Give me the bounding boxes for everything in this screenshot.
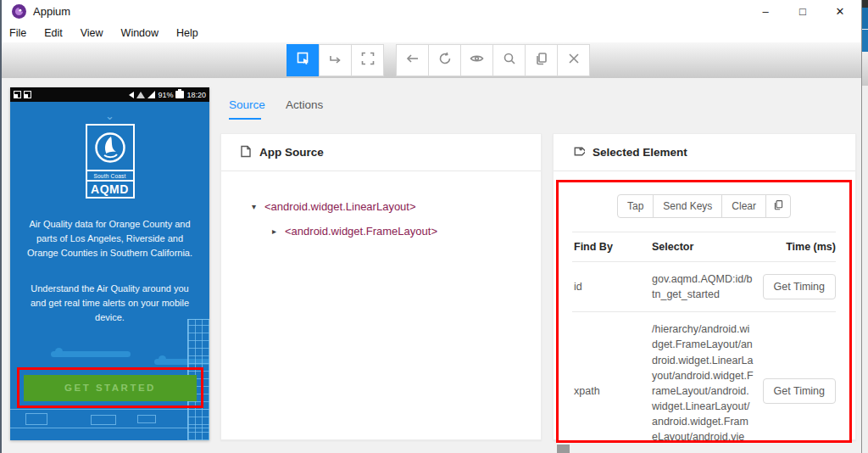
select-elements-button[interactable]	[287, 44, 320, 76]
device-screenshot[interactable]: 91% 18:20 ⌄ South Coast AQMD Air Quality…	[10, 87, 209, 440]
menu-bar: File Edit View Window Help	[2, 23, 861, 42]
source-tree-node[interactable]: ▸ <android.widget.FrameLayout>	[272, 225, 541, 238]
source-tag[interactable]: <android.widget.FrameLayout>	[285, 225, 437, 238]
swipe-arrow-icon	[329, 52, 342, 69]
menu-window[interactable]: Window	[121, 27, 159, 39]
get-started-button[interactable]: GET STARTED	[24, 375, 197, 401]
session-actions-group	[396, 44, 590, 76]
find-by-value: xpath	[572, 385, 652, 397]
copy-attributes-button[interactable]	[765, 194, 791, 218]
app-source-title: App Source	[259, 146, 324, 159]
app-description-1: Air Quality data for Orange County and p…	[10, 217, 209, 260]
locator-row-xpath: xpath /hierarchy/android.widget.FrameLay…	[572, 312, 836, 443]
locator-row-id: id gov.aqmd.AQMD:id/btn_get_started Get …	[572, 262, 836, 312]
tap-button[interactable]: Tap	[617, 194, 654, 218]
selected-element-highlight-box: Tap Send Keys Clear Find By Selector Tim…	[556, 180, 852, 443]
header-find-by: Find By	[572, 241, 652, 253]
refresh-button[interactable]	[428, 44, 461, 76]
status-icons: 91% 18:20	[129, 91, 206, 99]
battery-icon	[175, 91, 184, 98]
quit-session-button[interactable]	[557, 44, 590, 76]
cityscape-line	[10, 428, 209, 428]
swipe-by-coordinates-button[interactable]	[319, 44, 352, 76]
minimize-button[interactable]: –	[760, 5, 771, 18]
tap-by-coordinates-button[interactable]	[351, 44, 384, 76]
tag-icon	[572, 145, 585, 160]
mute-icon	[129, 92, 134, 98]
window-controls: – □ ✕	[760, 5, 861, 18]
logo-line2: AQMD	[86, 180, 135, 199]
screenshot-button[interactable]	[460, 44, 493, 76]
eye-icon	[470, 52, 484, 69]
title-bar: Appium – □ ✕	[2, 0, 861, 23]
cityscape-shape	[137, 415, 156, 423]
header-time: Time (ms)	[754, 241, 836, 253]
search-icon	[503, 52, 516, 69]
signal-icon	[147, 91, 155, 98]
close-button[interactable]: ✕	[834, 5, 846, 18]
menu-help[interactable]: Help	[176, 27, 198, 39]
scrollbar-thumb[interactable]	[557, 445, 570, 453]
caret-right-icon[interactable]: ▸	[272, 226, 276, 236]
wifi-icon	[136, 92, 145, 98]
selected-element-header: Selected Element	[554, 134, 855, 171]
back-arrow-icon	[406, 52, 420, 69]
copy-icon	[535, 52, 548, 69]
screenshot-notification-icon	[24, 91, 31, 98]
window-title: Appium	[33, 5, 70, 18]
source-tag[interactable]: <android.widget.LinearLayout>	[264, 200, 416, 213]
search-for-element-button[interactable]	[492, 44, 526, 76]
copy-icon	[773, 199, 784, 213]
battery-percent: 91%	[158, 91, 173, 99]
source-tree-node[interactable]: ▾ <android.widget.LinearLayout>	[252, 200, 541, 213]
cityscape-line	[10, 409, 209, 410]
appium-window: Appium – □ ✕ File Edit View Window Help	[0, 0, 868, 453]
selector-value: gov.aqmd.AQMD:id/btn_get_started	[652, 271, 754, 302]
get-timing-button[interactable]: Get Timing	[763, 378, 836, 404]
tab-actions[interactable]: Actions	[286, 98, 323, 111]
locator-table-header: Find By Selector Time (ms)	[572, 232, 836, 262]
cityscape-shape	[25, 413, 47, 425]
selected-element-title: Selected Element	[593, 146, 687, 159]
background-window-edge	[861, 0, 868, 453]
selected-element-panel: Selected Element Tap Send Keys Clear Fin…	[553, 133, 856, 440]
screenshot-notification-icon	[14, 91, 21, 98]
cloud-icon	[51, 351, 131, 357]
app-source-header: App Source	[221, 134, 541, 171]
caret-down-icon[interactable]: ▾	[252, 202, 256, 211]
close-x-icon	[568, 53, 580, 68]
appium-logo-icon	[12, 4, 26, 19]
copy-xml-button[interactable]	[525, 44, 558, 76]
app-source-panel: App Source ▾ <android.widget.LinearLayou…	[220, 133, 542, 440]
header-selector: Selector	[652, 239, 754, 254]
send-keys-button[interactable]: Send Keys	[653, 194, 722, 218]
locator-table: Find By Selector Time (ms) id gov.aqmd.A…	[572, 232, 836, 443]
status-time: 18:20	[186, 91, 206, 99]
chevron-decoration: ⌄	[10, 112, 209, 120]
inspector-toolbar	[2, 42, 861, 78]
select-element-icon	[297, 52, 310, 69]
find-by-value: id	[572, 281, 652, 293]
app-screen: ⌄ South Coast AQMD Air Quality data for …	[10, 102, 209, 440]
notification-icons	[14, 91, 31, 98]
clear-button[interactable]: Clear	[721, 194, 766, 218]
get-timing-button[interactable]: Get Timing	[763, 274, 836, 299]
selector-value: /hierarchy/android.widget.FrameLayout/an…	[652, 322, 754, 443]
file-icon	[240, 145, 252, 160]
tab-source[interactable]: Source	[229, 98, 265, 111]
cityscape-shape	[91, 415, 116, 425]
menu-file[interactable]: File	[9, 27, 26, 39]
frame-corners-icon	[361, 52, 375, 69]
back-button[interactable]	[396, 44, 429, 76]
element-action-buttons: Tap Send Keys Clear	[559, 194, 849, 218]
refresh-icon	[438, 52, 452, 69]
app-description-2: Understand the Air Quality around you an…	[10, 282, 209, 325]
menu-view[interactable]: View	[81, 27, 103, 39]
aqmd-logo-mark	[86, 124, 135, 171]
aqmd-logo: South Coast AQMD	[86, 124, 135, 199]
maximize-button[interactable]: □	[797, 5, 809, 18]
device-status-bar: 91% 18:20	[10, 87, 209, 102]
active-tab-underline	[229, 118, 261, 120]
menu-edit[interactable]: Edit	[44, 27, 63, 39]
interaction-mode-group	[287, 44, 384, 76]
